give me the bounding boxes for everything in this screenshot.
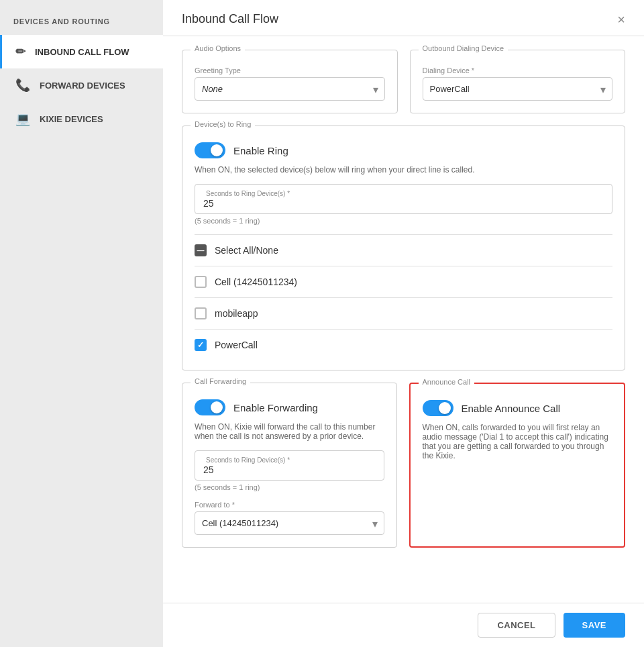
main-dialog: Inbound Call Flow × Audio Options Greeti… <box>163 0 644 647</box>
dialing-device-label: Dialing Device * <box>423 66 613 74</box>
dialog-content: Audio Options Greeting Type None Custom … <box>163 36 644 603</box>
seconds-ring-label: Seconds to Ring Device(s) * <box>203 190 604 197</box>
audio-options-box: Audio Options Greeting Type None Custom … <box>182 50 398 113</box>
announce-call-desc: When ON, calls forwarded to you will fir… <box>423 423 612 460</box>
device-powercall-checkbox[interactable] <box>195 339 207 351</box>
forwarding-seconds-input[interactable] <box>203 464 376 475</box>
device-mobileapp-checkbox[interactable] <box>195 307 207 319</box>
enable-forwarding-label: Enable Forwarding <box>233 402 318 413</box>
sidebar-item-forward-devices[interactable]: 📞 FORWARD DEVICES <box>0 68 163 102</box>
sidebar-item-inbound-call-flow[interactable]: ✏ INBOUND CALL FLOW <box>0 35 163 68</box>
dialog-titlebar: Inbound Call Flow × <box>163 0 644 36</box>
phone-icon: 📞 <box>15 78 30 93</box>
sidebar-item-inbound-label: INBOUND CALL FLOW <box>35 47 129 57</box>
sidebar-header: DEVICES AND ROUTING <box>0 7 163 35</box>
device-cell-label: Cell (14245011234) <box>215 277 297 287</box>
select-all-checkbox[interactable] <box>195 244 207 256</box>
seconds-ring-fieldset: Seconds to Ring Device(s) * 25 <box>195 184 612 214</box>
enable-announce-toggle[interactable] <box>423 400 453 416</box>
announce-call-legend: Announce Call <box>419 378 475 386</box>
device-powercall-row: PowerCall <box>195 332 612 358</box>
forwarding-seconds-fieldset: Seconds to Ring Device(s) * <box>195 450 384 481</box>
edit-icon: ✏ <box>15 44 25 59</box>
device-mobileapp-label: mobileapp <box>215 308 258 319</box>
enable-ring-desc: When ON, the selected device(s) below wi… <box>195 165 612 175</box>
forward-to-select[interactable]: Cell (14245011234) mobileapp PowerCall <box>195 511 384 535</box>
devices-to-ring-box: Device(s) to Ring Enable Ring When ON, t… <box>182 126 625 370</box>
select-all-row: Select All/None <box>195 238 612 263</box>
outbound-dialing-box: Outbound Dialing Device Dialing Device *… <box>410 50 626 113</box>
greeting-type-select-wrap: None Custom Greeting <box>195 77 385 101</box>
close-button[interactable]: × <box>617 13 625 26</box>
bottom-options-row: Call Forwarding Enable Forwarding When O… <box>182 383 625 548</box>
devices-to-ring-legend: Device(s) to Ring <box>191 120 255 128</box>
sidebar: DEVICES AND ROUTING ✏ INBOUND CALL FLOW … <box>0 0 163 647</box>
call-forwarding-box: Call Forwarding Enable Forwarding When O… <box>182 383 397 548</box>
enable-forwarding-desc: When ON, Kixie will forward the call to … <box>195 422 384 441</box>
seconds-ring-hint: (5 seconds = 1 ring) <box>195 217 612 225</box>
greeting-type-label: Greeting Type <box>195 66 385 74</box>
outbound-dialing-legend: Outbound Dialing Device <box>419 44 508 52</box>
select-all-label: Select All/None <box>215 245 278 256</box>
sidebar-item-kixie-label: KIXIE DEVICES <box>40 114 103 124</box>
device-cell-row: Cell (14245011234) <box>195 269 612 295</box>
enable-forwarding-toggle-row: Enable Forwarding <box>195 399 384 415</box>
device-mobileapp-row: mobileapp <box>195 301 612 326</box>
device-cell-checkbox[interactable] <box>195 276 207 288</box>
forwarding-seconds-hint: (5 seconds = 1 ring) <box>195 483 384 491</box>
top-options-row: Audio Options Greeting Type None Custom … <box>182 50 625 113</box>
monitor-icon: 💻 <box>15 111 30 126</box>
audio-options-legend: Audio Options <box>191 44 245 52</box>
device-powercall-label: PowerCall <box>215 340 258 350</box>
seconds-ring-input[interactable]: 25 <box>203 198 604 209</box>
enable-ring-toggle[interactable] <box>195 142 225 158</box>
sidebar-item-kixie-devices[interactable]: 💻 KIXIE DEVICES <box>0 102 163 136</box>
sidebar-item-forward-label: FORWARD DEVICES <box>40 81 125 91</box>
enable-ring-toggle-row: Enable Ring <box>195 142 612 158</box>
dialog-footer: CANCEL SAVE <box>163 603 644 647</box>
dialog-title-text: Inbound Call Flow <box>182 12 278 26</box>
dialing-device-select-wrap: PowerCall Cell mobileapp <box>423 77 613 101</box>
cancel-button[interactable]: CANCEL <box>478 613 555 638</box>
dialing-device-select[interactable]: PowerCall Cell mobileapp <box>423 77 613 101</box>
forward-to-select-wrap: Cell (14245011234) mobileapp PowerCall <box>195 511 384 535</box>
enable-ring-label: Enable Ring <box>233 145 288 156</box>
forward-to-label: Forward to * <box>195 501 384 509</box>
enable-announce-toggle-row: Enable Announce Call <box>423 400 612 416</box>
forwarding-seconds-label: Seconds to Ring Device(s) * <box>203 456 376 464</box>
announce-call-box: Announce Call Enable Announce Call When … <box>409 383 626 548</box>
enable-announce-label: Enable Announce Call <box>462 403 561 414</box>
save-button[interactable]: SAVE <box>564 613 625 638</box>
enable-forwarding-toggle[interactable] <box>195 399 225 415</box>
greeting-type-select[interactable]: None Custom Greeting <box>195 77 385 101</box>
call-forwarding-legend: Call Forwarding <box>191 377 250 385</box>
